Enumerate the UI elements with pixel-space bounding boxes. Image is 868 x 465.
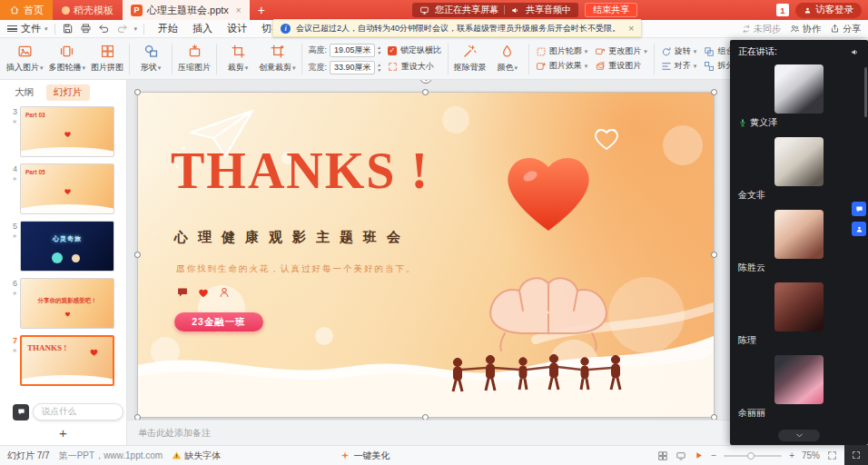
danmaku-toggle-button[interactable] bbox=[13, 404, 29, 420]
quick-comment-input[interactable]: 说点什么 bbox=[33, 403, 123, 420]
resize-handle-n[interactable] bbox=[422, 89, 429, 95]
remove-background-button[interactable]: 抠除背景 bbox=[451, 42, 489, 75]
end-share-button[interactable]: 结束共享 bbox=[585, 3, 637, 17]
sharing-status-pill: 您正在共享屏幕 共享音频中 bbox=[412, 3, 578, 17]
slideshow-play-button[interactable] bbox=[694, 450, 704, 460]
participant[interactable]: 陈理 bbox=[730, 280, 868, 349]
save-button[interactable] bbox=[62, 23, 74, 35]
class-badge[interactable]: 23金融一班 bbox=[174, 312, 263, 331]
resize-handle-nw[interactable] bbox=[134, 89, 141, 95]
height-stepper[interactable]: ▴▾ bbox=[378, 45, 380, 56]
zoom-slider[interactable] bbox=[724, 455, 782, 457]
beautify-button[interactable]: 一键美化 bbox=[340, 450, 390, 462]
normal-view-button[interactable] bbox=[657, 450, 668, 461]
close-icon[interactable]: × bbox=[628, 23, 634, 34]
tab-insert[interactable]: 插入 bbox=[185, 20, 220, 37]
tab-start[interactable]: 开始 bbox=[151, 20, 185, 37]
resize-handle-w[interactable] bbox=[134, 252, 141, 258]
reading-view-button[interactable] bbox=[676, 450, 686, 461]
slide-thumbnail-3[interactable]: 3★ Part 03 bbox=[4, 106, 123, 157]
picture-outline-button[interactable]: 图片轮廓 ▾ bbox=[536, 45, 588, 57]
slide-thumbnail-6[interactable]: 6★ 分享你的观影感受吧！ bbox=[4, 278, 123, 329]
service-badge-chat[interactable] bbox=[852, 202, 866, 216]
crop-button[interactable]: 裁剪▾ bbox=[220, 42, 256, 75]
redo-button[interactable] bbox=[116, 23, 128, 35]
outline-tab[interactable]: 大纲 bbox=[7, 84, 41, 101]
shapes-button[interactable]: 形状▾ bbox=[133, 42, 169, 75]
character-decor bbox=[72, 254, 80, 262]
collab-button[interactable]: 协作 bbox=[790, 23, 821, 35]
zoom-value[interactable]: 75% bbox=[802, 450, 820, 460]
zoom-slider-thumb[interactable] bbox=[747, 452, 755, 460]
chevron-down-icon[interactable]: ▾ bbox=[134, 25, 138, 32]
height-input[interactable]: 19.05厘米 bbox=[330, 44, 375, 57]
compress-icon bbox=[187, 44, 202, 59]
print-button[interactable] bbox=[80, 23, 92, 35]
slide-title[interactable]: THANKS ! bbox=[171, 145, 429, 196]
thumbnail-image[interactable]: Part 03 bbox=[20, 106, 114, 157]
slides-tab[interactable]: 幻灯片 bbox=[46, 84, 90, 101]
fit-slide-button[interactable] bbox=[827, 450, 837, 460]
tab-close-icon[interactable]: × bbox=[236, 5, 242, 15]
lock-aspect-ratio-checkbox[interactable]: ✓ 锁定纵横比 bbox=[388, 45, 441, 56]
docer-template-tab[interactable]: 稻壳模板 bbox=[53, 0, 123, 20]
label: 图片拼图 bbox=[91, 62, 123, 74]
sync-status[interactable]: 未同步 bbox=[742, 23, 781, 35]
new-tab-button[interactable]: + bbox=[258, 3, 265, 17]
width-stepper[interactable]: ▴▾ bbox=[378, 62, 380, 74]
slide-subtitle[interactable]: 心理健康观影主题班会 bbox=[174, 229, 410, 246]
picture-collage-button[interactable]: 图片拼图 bbox=[88, 42, 126, 75]
step-down-icon[interactable]: ▾ bbox=[378, 50, 380, 55]
home-tab[interactable]: 首页 bbox=[0, 0, 53, 20]
picture-effects-button[interactable]: 图片效果 ▾ bbox=[536, 60, 588, 72]
insert-picture-button[interactable]: 插入图片▾ bbox=[4, 42, 46, 75]
change-picture-button[interactable]: 更改图片 ▾ bbox=[595, 45, 647, 57]
undo-button[interactable] bbox=[98, 23, 110, 35]
width-input[interactable]: 33.90厘米 bbox=[330, 61, 375, 74]
file-menu-button[interactable]: 文件 ▾ bbox=[7, 22, 48, 35]
reset-picture-button[interactable]: 重设图片 bbox=[595, 60, 647, 72]
end-share-label: 结束共享 bbox=[593, 4, 629, 16]
document-tab[interactable]: P 心理主题班会.pptx × bbox=[123, 0, 250, 20]
corner-tool-block[interactable] bbox=[844, 445, 868, 465]
creative-crop-button[interactable]: 创意裁剪▾ bbox=[256, 42, 299, 75]
multi-carousel-button[interactable]: 多图轮播▾ bbox=[46, 42, 89, 75]
reset-size-button[interactable]: 重设大小 bbox=[388, 61, 441, 73]
thumbnail-image[interactable]: THANKS ! bbox=[20, 335, 114, 386]
thumbnail-image[interactable]: Part 05 bbox=[20, 163, 114, 214]
resize-handle-ne[interactable] bbox=[711, 89, 717, 95]
compress-picture-button[interactable]: 压缩图片 bbox=[175, 42, 213, 75]
participant[interactable]: 金文非 bbox=[730, 134, 868, 203]
rotate-button[interactable]: 旋转 ▾ bbox=[661, 45, 697, 57]
chevron-down-icon: ▾ bbox=[40, 64, 44, 71]
panel-scrollbar[interactable] bbox=[864, 67, 867, 117]
slide-thumbnail-4[interactable]: 4★ Part 05 bbox=[4, 163, 123, 214]
collapse-panel-button[interactable] bbox=[778, 430, 820, 441]
participant[interactable]: 余丽丽 bbox=[730, 352, 868, 421]
zoom-in-button[interactable]: + bbox=[789, 450, 794, 460]
slide-thumbnail-7[interactable]: 7★ THANKS ! bbox=[4, 335, 123, 386]
guest-login-button[interactable]: 访客登录 bbox=[795, 3, 862, 18]
thumbnail-image[interactable]: 心灵奇旅 bbox=[20, 221, 114, 272]
missing-font-warning[interactable]: 缺失字体 bbox=[172, 450, 221, 462]
thumbnail-image[interactable]: 分享你的观影感受吧！ bbox=[20, 278, 114, 329]
zoom-out-button[interactable]: − bbox=[711, 450, 716, 460]
tab-design[interactable]: 设计 bbox=[220, 20, 254, 37]
label: 插入图片 bbox=[6, 62, 39, 74]
chevron-down-icon: ▾ bbox=[245, 64, 249, 71]
insert-picture-icon bbox=[17, 44, 33, 59]
resize-handle-e[interactable] bbox=[711, 252, 717, 258]
user-count-badge[interactable]: 1 bbox=[776, 4, 789, 16]
share-button[interactable]: 分享 bbox=[830, 23, 861, 35]
speaker-icon[interactable] bbox=[850, 47, 860, 57]
slide-canvas[interactable]: THANKS ! 心理健康观影主题班会 愿你找到生命的火花，认真过好每一个美好的… bbox=[138, 93, 714, 417]
color-button[interactable]: 颜色▾ bbox=[489, 42, 526, 75]
step-down-icon[interactable]: ▾ bbox=[378, 67, 380, 73]
participant[interactable]: 黄义泽 bbox=[730, 62, 868, 131]
slide-quote[interactable]: 愿你找到生命的火花，认真过好每一个美好的当下。 bbox=[176, 263, 417, 275]
slide-thumbnail-5[interactable]: 5★ 心灵奇旅 bbox=[4, 221, 123, 272]
align-button[interactable]: 对齐 ▾ bbox=[661, 60, 697, 72]
add-slide-button[interactable]: + bbox=[59, 425, 67, 440]
service-badge-person[interactable] bbox=[852, 222, 866, 236]
participant[interactable]: 陈胜云 bbox=[730, 207, 868, 276]
